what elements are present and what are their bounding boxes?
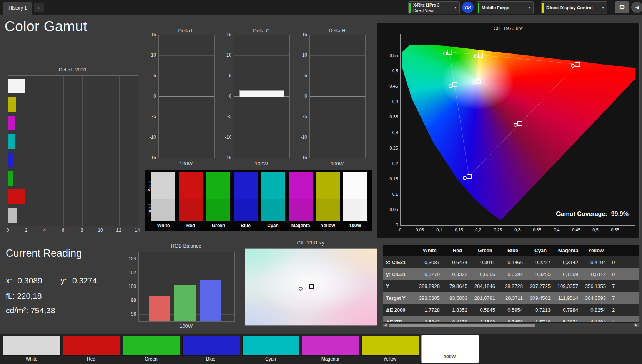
swatch-actual-yellow — [316, 172, 340, 199]
top-bar: History 1 + X-Rite i1Pro 3 Direct View ▼… — [0, 0, 642, 15]
table-cell: 0 — [610, 268, 639, 280]
table-cell: 7 — [610, 280, 639, 292]
measured-marker-green — [443, 52, 447, 55]
table-row[interactable]: Y389,892879,8645284,184628,2728307,27251… — [383, 280, 639, 292]
axis-tick-label: 0,15 — [378, 176, 398, 181]
table-row[interactable]: x: CIE310,30870,64740,30110,14660,22270,… — [383, 256, 639, 268]
axis-tick-label: 0,4 — [378, 99, 398, 104]
scrollbar-thumb[interactable] — [389, 324, 535, 327]
tab-history[interactable]: History 1 — [3, 2, 32, 15]
table-row-label: ΔE 2000 — [383, 304, 416, 316]
axis-tick-label: 0,1 — [436, 228, 442, 232]
table-header-cell: Yellow — [582, 245, 610, 256]
settings-button[interactable]: ⚙ — [615, 1, 629, 13]
table-cell: 0,6474 — [444, 256, 471, 268]
table-header-cell: Blue — [499, 245, 527, 256]
gridline — [310, 55, 365, 56]
actual-row-label: Actual — [148, 173, 152, 199]
swatch-label: 100W — [343, 223, 367, 228]
gridline — [310, 96, 365, 97]
table-row[interactable]: ΔE 20001,77281,83520,58450,59540,72130,7… — [383, 304, 639, 316]
chart-plot — [309, 35, 366, 158]
table-cell: 2 — [610, 304, 639, 316]
source-dropdown[interactable]: Mobile Forge ▼ — [477, 1, 534, 14]
swatch-label: White — [151, 223, 175, 228]
collapse-panel-button[interactable]: ◀ — [631, 2, 642, 13]
test-patch-white[interactable]: White — [3, 335, 60, 363]
delta-c-chart: Delta C151050-5-10-15100W — [218, 28, 289, 180]
axis-tick-label: 0,3 — [378, 130, 398, 135]
patch-label: 100W — [421, 354, 478, 359]
table-header-cell — [610, 245, 639, 256]
axis-tick-label: 104 — [123, 256, 136, 261]
table-header-row: WhiteRedGreenBlueCyanMagentaYellow — [383, 245, 639, 256]
table-cell: 284,1846 — [471, 280, 499, 292]
table-cell: 0,7984 — [554, 304, 582, 316]
meter-dropdown[interactable]: X-Rite i1Pro 3 Direct View ▼ — [408, 1, 460, 14]
target-marker-yellow — [478, 53, 483, 58]
gridline — [159, 96, 214, 97]
source-name: Mobile Forge — [482, 2, 509, 14]
left-arrow-icon: ◀ — [635, 5, 639, 10]
scroll-left-arrow[interactable]: ◀ — [383, 323, 388, 327]
chart-title: Delta H — [309, 28, 365, 33]
gridline — [159, 55, 214, 56]
measured-marker-red — [571, 64, 575, 68]
table-row-label: Y — [383, 280, 416, 292]
axis-tick-label: 0,25 — [494, 228, 502, 232]
table-cell: 28,2728 — [499, 280, 527, 292]
meter-count-badge[interactable]: 714 — [462, 2, 474, 13]
gamut-coverage-label: Gamut Coverage: — [556, 211, 607, 217]
delta-h-chart: Delta H151050-5-10-15100W — [294, 28, 365, 180]
test-patch-cyan[interactable]: Cyan — [242, 335, 299, 363]
swatch-target-white — [151, 199, 175, 221]
current-reading-fl: fL: 220,18 — [6, 291, 42, 301]
axis-tick-label: 0 — [218, 93, 231, 99]
axis-tick-label: 0,05 — [378, 207, 398, 212]
add-tab-button[interactable]: + — [34, 3, 44, 12]
table-header-cell: Red — [444, 245, 471, 256]
axis-label: 100W — [309, 161, 365, 166]
test-patch-yellow[interactable]: Yellow — [361, 335, 418, 363]
table-row-label: y: CIE31 — [383, 268, 416, 280]
table-row[interactable]: y: CIE310,32700,33220,60560,05920,32550,… — [383, 268, 639, 280]
test-patch-red[interactable]: Red — [63, 335, 120, 363]
rgb-balance-x-label: 100W — [138, 323, 234, 329]
axis-tick-label: 0,2 — [475, 228, 481, 232]
axis-tick-label: 10 — [218, 52, 231, 58]
patch-label: Green — [123, 356, 180, 362]
swatch-actual-cyan — [261, 172, 285, 199]
table-row[interactable]: Target Y393,030583,5803281,079128,371130… — [383, 292, 639, 304]
swatch-actual-blue — [234, 172, 258, 199]
gear-icon: ⚙ — [619, 3, 625, 11]
gridline — [234, 138, 289, 138]
actual-target-swatch-strip: Actual Target WhiteRedGreenBlueCyanMagen… — [145, 170, 372, 231]
display-control-dropdown[interactable]: Direct Display Control ▼ — [541, 1, 607, 14]
table-row-label: Target Y — [383, 292, 416, 304]
measured-marker — [299, 287, 303, 291]
chevron-down-icon: ▼ — [528, 6, 531, 10]
axis-tick-label: 15 — [218, 32, 231, 37]
axis-tick-label: 0,55 — [378, 53, 398, 58]
patch-label: Cyan — [242, 356, 299, 362]
axis-tick-label: 6 — [62, 228, 65, 233]
gridline — [139, 273, 234, 273]
x-label: x: — [6, 276, 12, 285]
deltae-chart — [8, 75, 138, 226]
table-scrollbar[interactable]: ◀▶ — [383, 322, 639, 327]
deltae-bar-cyan — [8, 134, 15, 149]
table-header-cell: Cyan — [527, 245, 554, 256]
current-reading-xy: x:0,3089y:0,3274 — [6, 276, 97, 285]
table-cell: 109,3357 — [554, 280, 582, 292]
patch-swatch — [182, 336, 240, 356]
scroll-right-arrow[interactable]: ▶ — [634, 323, 639, 327]
gridline — [63, 76, 64, 226]
table-cell: 0,1466 — [499, 256, 527, 268]
test-patch-blue[interactable]: Blue — [182, 335, 239, 363]
test-patch-magenta[interactable]: Magenta — [302, 335, 359, 363]
test-patch-100w[interactable]: 100W — [421, 335, 478, 363]
axis-tick-label: 10 — [98, 228, 103, 233]
swatch-label: Green — [206, 223, 230, 228]
meter-status-indicator — [409, 3, 411, 13]
test-patch-green[interactable]: Green — [123, 335, 180, 363]
